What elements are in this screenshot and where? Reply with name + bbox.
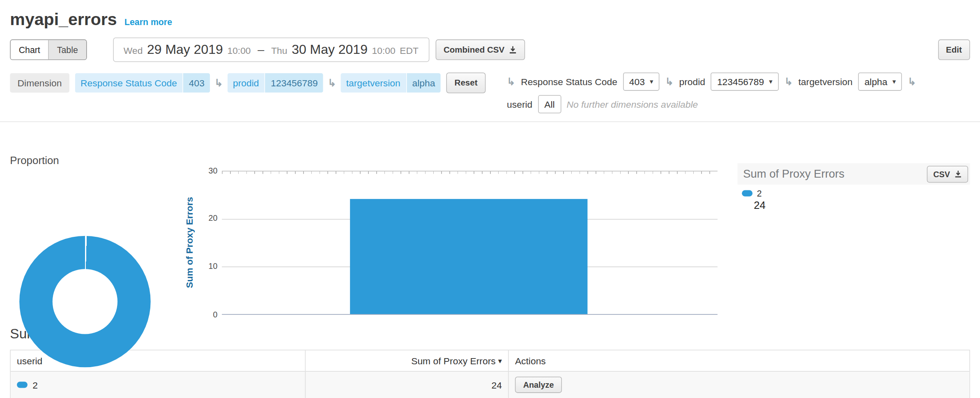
selector-name-prodid: prodid	[679, 76, 705, 87]
end-time: 10:00	[372, 45, 396, 56]
breadcrumb-chip-response-status-code[interactable]: Response Status Code 403	[75, 73, 210, 93]
start-date: 29 May 2019	[147, 42, 223, 57]
branch-arrow-icon: ↳	[328, 77, 336, 89]
breadcrumb-chip-prodid[interactable]: prodid 123456789	[227, 73, 323, 93]
edit-label: Edit	[946, 45, 962, 55]
page-header: myapi_errors Learn more	[0, 0, 980, 30]
cell-actions: Analyze	[508, 372, 969, 398]
csv-label: CSV	[933, 169, 950, 179]
table-row: 2 24 Analyze	[11, 371, 969, 398]
breadcrumb-name: Response Status Code	[75, 73, 182, 93]
y-tick-label: 10	[191, 261, 218, 271]
analyze-label: Analyze	[523, 380, 554, 389]
column-header-sum-of-proxy-errors[interactable]: Sum of Proxy Errors ▾	[305, 350, 508, 371]
selected-value: alpha	[865, 76, 888, 87]
bar-rect	[350, 199, 587, 314]
column-header-actions: Actions	[508, 350, 969, 371]
start-day-of-week: Wed	[124, 45, 143, 56]
selected-value: All	[544, 99, 554, 109]
reset-button[interactable]: Reset	[446, 73, 486, 93]
x-axis-line	[222, 314, 718, 315]
caret-down-icon: ▾	[650, 78, 653, 86]
dimension-bar: Dimension Response Status Code 403 ↳ pro…	[10, 73, 970, 113]
report-page: myapi_errors Learn more Chart Table Wed …	[0, 0, 980, 398]
cell-userid: 2	[11, 372, 305, 398]
y-tick-label: 0	[191, 310, 218, 319]
combined-csv-button[interactable]: Combined CSV	[435, 39, 525, 60]
toolbar: Chart Table Wed 29 May 2019 10:00 – Thu …	[10, 37, 970, 62]
branch-arrow-icon: ↳	[214, 77, 223, 89]
branch-arrow-icon: ↳	[784, 76, 793, 88]
date-range-picker[interactable]: Wed 29 May 2019 10:00 – Thu 30 May 2019 …	[113, 37, 429, 62]
learn-more-link[interactable]: Learn more	[124, 17, 172, 27]
selector-name-userid: userid	[507, 99, 532, 109]
bar-chart-plot-area	[222, 171, 718, 315]
summary-table: userid Sum of Proxy Errors ▾ Actions 2 2…	[10, 350, 970, 398]
userid-value: 2	[32, 379, 38, 390]
donut-chart	[10, 176, 175, 318]
start-time: 10:00	[227, 45, 251, 56]
no-further-dimensions-text: No further dimensions available	[566, 99, 698, 109]
legend-title: Sum of Proxy Errors	[743, 167, 844, 180]
donut-hole	[53, 269, 117, 334]
cell-sum: 24	[305, 372, 508, 398]
select-response-status-code[interactable]: 403 ▾	[623, 73, 660, 91]
legend-header: Sum of Proxy Errors CSV	[738, 163, 970, 185]
caret-down-icon: ▾	[769, 78, 772, 86]
breadcrumb: Response Status Code 403 ↳ prodid 123456…	[75, 73, 441, 93]
y-tick-label: 30	[191, 166, 218, 176]
sort-desc-icon: ▾	[498, 356, 502, 365]
sum-value: 24	[492, 379, 502, 390]
summary-title: Summary	[10, 326, 970, 342]
selected-value: 123456789	[717, 76, 764, 87]
legend-swatch	[742, 190, 752, 197]
legend-item: 2	[742, 188, 761, 198]
select-targetversion[interactable]: alpha ▾	[858, 73, 902, 91]
end-day-of-week: Thu	[271, 45, 287, 56]
date-range-separator: –	[258, 43, 264, 57]
selected-value: 403	[629, 76, 645, 87]
gridline-30	[222, 171, 718, 171]
breadcrumb-name: targetversion	[340, 73, 406, 93]
dimension-selectors: ↳ Response Status Code 403 ▾ ↳ prodid 12…	[507, 73, 916, 113]
view-toggle: Chart Table	[10, 39, 87, 60]
y-tick-label: 20	[191, 213, 218, 223]
branch-arrow-icon: ↳	[908, 76, 916, 88]
caret-down-icon: ▾	[893, 78, 896, 86]
dimension-label: Dimension	[10, 73, 69, 93]
combined-csv-label: Combined CSV	[444, 45, 504, 55]
edit-button[interactable]: Edit	[938, 39, 970, 60]
breadcrumb-value: alpha	[407, 73, 441, 93]
download-icon	[955, 170, 962, 178]
legend-series-name: 2	[757, 188, 762, 198]
branch-arrow-icon: ↳	[665, 76, 673, 88]
analyze-button[interactable]: Analyze	[515, 377, 562, 393]
proportion-label: Proportion	[10, 155, 59, 167]
legend-series-value: 24	[754, 199, 766, 212]
dimension-selector-line: ↳ Response Status Code 403 ▾ ↳ prodid 12…	[507, 73, 916, 91]
branch-arrow-icon: ↳	[507, 76, 515, 88]
tab-table[interactable]: Table	[48, 40, 86, 59]
dimension-selector-line: userid All No further dimensions availab…	[507, 95, 916, 113]
end-date: 30 May 2019	[292, 42, 368, 57]
userid-all-button[interactable]: All	[538, 95, 561, 113]
selector-name-response-status-code: Response Status Code	[521, 76, 617, 87]
download-icon	[509, 46, 517, 54]
donut-ring	[19, 236, 151, 368]
summary-table-header: userid Sum of Proxy Errors ▾ Actions	[11, 350, 969, 371]
breadcrumb-value: 123456789	[265, 73, 324, 93]
dimension-breadcrumb: Dimension Response Status Code 403 ↳ pro…	[10, 73, 485, 93]
csv-button[interactable]: CSV	[927, 165, 968, 182]
reset-label: Reset	[455, 78, 478, 88]
series-swatch	[17, 382, 28, 388]
breadcrumb-name: prodid	[227, 73, 265, 93]
breadcrumb-chip-targetversion[interactable]: targetversion alpha	[340, 73, 441, 93]
charts-section: Proportion Sum of Proxy Errors 30 20 10 …	[0, 122, 980, 321]
y-axis-title: Sum of Proxy Errors	[184, 171, 195, 315]
page-title: myapi_errors	[10, 10, 117, 29]
tab-chart[interactable]: Chart	[11, 40, 48, 59]
column-header-label: Sum of Proxy Errors	[411, 355, 495, 366]
timezone-label: EDT	[400, 45, 419, 56]
selector-name-targetversion: targetversion	[798, 76, 853, 87]
select-prodid[interactable]: 123456789 ▾	[711, 73, 779, 91]
